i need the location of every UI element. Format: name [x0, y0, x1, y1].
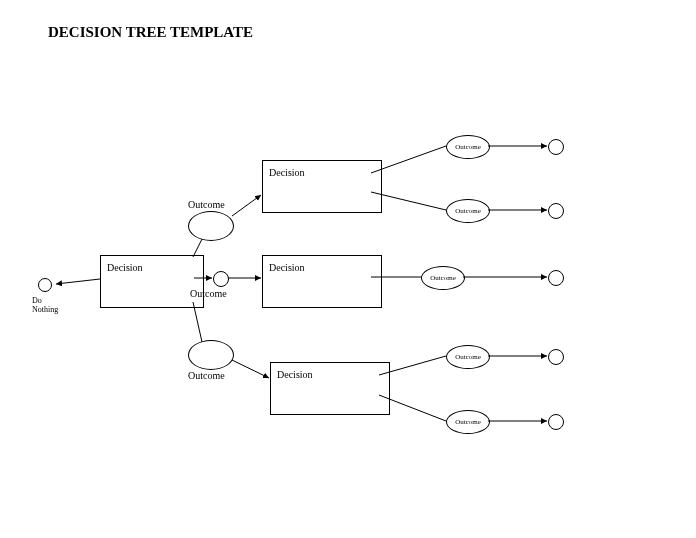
decision-b-label: Decision — [269, 262, 305, 273]
decision-root-label: Decision — [107, 262, 143, 273]
svg-line-3 — [193, 302, 202, 342]
outcome-top-label: Outcome — [188, 199, 225, 210]
terminal-a2 — [548, 203, 564, 219]
decision-root: Decision — [100, 255, 204, 308]
terminal-do-nothing-label: Do Nothing — [32, 296, 58, 314]
terminal-c2 — [548, 414, 564, 430]
decision-a-label: Decision — [269, 167, 305, 178]
decision-b: Decision — [262, 255, 382, 308]
svg-line-0 — [56, 279, 100, 284]
svg-line-6 — [232, 360, 269, 378]
svg-line-4 — [232, 195, 261, 216]
terminal-do-nothing — [38, 278, 52, 292]
decision-a: Decision — [262, 160, 382, 213]
outcome-mid-label: Outcome — [190, 288, 227, 299]
outcome-a1: Outcome — [446, 135, 490, 159]
outcome-a1-label: Outcome — [455, 143, 481, 151]
decision-c: Decision — [270, 362, 390, 415]
page-title: DECISION TREE TEMPLATE — [48, 24, 253, 41]
outcome-b: Outcome — [421, 266, 465, 290]
outcome-top — [188, 211, 234, 241]
outcome-bottom-label: Outcome — [188, 370, 225, 381]
outcome-mid-circle — [213, 271, 229, 287]
outcome-bottom — [188, 340, 234, 370]
svg-line-8 — [371, 192, 446, 210]
outcome-c2-label: Outcome — [455, 418, 481, 426]
outcome-c2: Outcome — [446, 410, 490, 434]
decision-c-label: Decision — [277, 369, 313, 380]
outcome-c1-label: Outcome — [455, 353, 481, 361]
outcome-b-label: Outcome — [430, 274, 456, 282]
terminal-a1 — [548, 139, 564, 155]
svg-line-7 — [371, 146, 446, 173]
outcome-a2: Outcome — [446, 199, 490, 223]
terminal-c1 — [548, 349, 564, 365]
outcome-a2-label: Outcome — [455, 207, 481, 215]
outcome-c1: Outcome — [446, 345, 490, 369]
terminal-b — [548, 270, 564, 286]
